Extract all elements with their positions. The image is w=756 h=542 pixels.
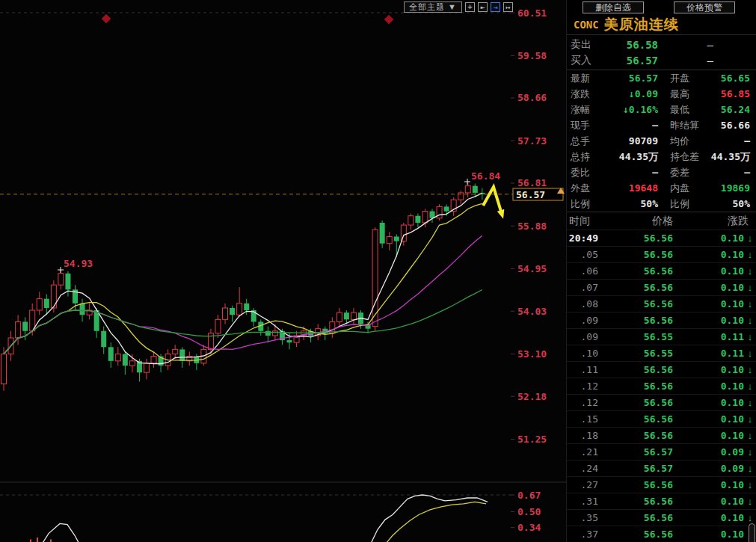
tape-price: 56.56	[598, 232, 673, 244]
stat-label: 比例	[658, 197, 704, 211]
tape-change: 0.10	[673, 364, 744, 375]
down-arrow-icon: ↓	[744, 265, 756, 277]
down-arrow-icon: ↓	[744, 463, 756, 474]
down-arrow-icon: ↓	[744, 282, 756, 293]
tape-change: 0.11	[673, 348, 744, 359]
scrollbar-thumb[interactable]	[749, 523, 755, 542]
down-arrow-icon: ↓	[744, 315, 756, 326]
tape-time: 20:49	[567, 232, 598, 244]
tape-time: .35	[567, 512, 598, 523]
stat-value: 50%	[606, 198, 658, 209]
svg-text:53.10: 53.10	[517, 348, 547, 360]
tape-time: .12	[567, 381, 598, 392]
stats-row: 最新56.57开盘56.65	[567, 70, 756, 86]
tape-time: .21	[567, 446, 598, 458]
stat-label: 涨幅	[567, 103, 606, 117]
tape-change: 0.10	[673, 381, 744, 392]
stats-row: 比例50%比例50%	[567, 196, 756, 212]
move-icon[interactable]: +	[465, 2, 475, 12]
tape-row: .3556.560.10↓	[567, 509, 756, 526]
stat-label: 持仓差	[658, 150, 704, 164]
quote-extra: —	[658, 39, 713, 51]
price-alert-button[interactable]: 价格预警	[674, 1, 735, 13]
tape-change: 0.11	[673, 331, 744, 342]
tape-price: 56.56	[598, 249, 673, 260]
pan-left-icon[interactable]: ⇤	[478, 2, 488, 12]
stat-value: 56.66	[704, 120, 756, 131]
down-arrow-icon: ↓	[744, 232, 756, 244]
time-sales: 时间 价格 涨跌 20:4956.560.10↓.0556.560.10↓.06…	[567, 212, 756, 542]
tape-row: .3156.560.10↓	[567, 493, 756, 509]
candlestick-chart[interactable]: 60.5159.5858.6657.7356.8155.8854.9554.03…	[0, 0, 566, 542]
tape-price: 56.57	[598, 446, 673, 458]
tape-row: .0556.560.10↓	[567, 246, 756, 262]
tape-price: 56.56	[598, 430, 673, 441]
down-arrow-icon: ↓	[744, 512, 756, 523]
stat-value: 44.35万	[704, 150, 756, 164]
tape-row: .1556.560.10↓	[567, 410, 756, 427]
delete-watchlist-button[interactable]: 删除自选	[583, 1, 644, 13]
instrument-header: CONC 美原油连续	[567, 15, 756, 35]
svg-text:56.81: 56.81	[517, 177, 547, 188]
svg-text:56.84: 56.84	[471, 170, 500, 182]
tape-change: 0.10	[673, 479, 744, 490]
down-arrow-icon: ↓	[744, 446, 756, 458]
tape-list[interactable]: 20:4956.560.10↓.0556.560.10↓.0656.560.10…	[567, 230, 756, 542]
down-arrow-icon: ↓	[744, 298, 756, 310]
tape-change: 0.10	[673, 232, 744, 244]
tape-row: .1156.560.10↓	[567, 361, 756, 378]
stat-label: 涨跌	[567, 87, 606, 101]
stat-value: 56.85	[704, 88, 756, 99]
svg-text:54.95: 54.95	[517, 263, 547, 274]
stats-row: 总手90709均价—	[567, 133, 756, 149]
tape-time: .07	[567, 282, 598, 293]
svg-text:0.34: 0.34	[517, 522, 541, 533]
tape-price: 56.55	[598, 348, 673, 359]
down-arrow-icon: ↓	[744, 496, 756, 507]
quote-label: 卖出	[567, 38, 606, 52]
stat-value: 90709	[606, 135, 658, 147]
shift-right-icon[interactable]: ↦	[503, 2, 513, 12]
tape-time: .37	[567, 529, 598, 540]
tape-time: .11	[567, 364, 598, 375]
tape-row: .1056.550.11↓	[567, 345, 756, 361]
tape-price: 56.56	[598, 282, 673, 293]
stat-value: —	[606, 167, 658, 178]
svg-text:57.73: 57.73	[517, 135, 547, 147]
tape-change: 0.10	[673, 397, 744, 408]
stat-value: ↓0.09	[606, 88, 658, 99]
stat-value: —	[606, 120, 658, 131]
tape-row: .2456.570.09↓	[567, 460, 756, 476]
tape-change: 0.10	[673, 512, 744, 523]
stats-row: 总持44.35万持仓差44.35万	[567, 149, 756, 164]
tape-row: .0956.560.10↓	[567, 312, 756, 328]
svg-text:55.88: 55.88	[517, 221, 547, 232]
tape-time: .12	[567, 397, 598, 408]
chart-toolbar: 全部主题 ▼ + ⇤ ⇥ ↦	[404, 1, 513, 13]
svg-text:58.66: 58.66	[517, 92, 547, 103]
quote-row: 买入56.57—	[567, 52, 756, 68]
down-arrow-icon: ↓	[744, 381, 756, 392]
quote-extra: —	[658, 55, 713, 67]
instrument-code: CONC	[574, 19, 599, 31]
tape-change: 0.10	[673, 265, 744, 277]
down-arrow-icon: ↓	[744, 479, 756, 490]
tape-price: 56.56	[598, 381, 673, 392]
pan-right-icon[interactable]: ⇥	[491, 2, 500, 12]
stat-label: 最新	[567, 72, 606, 85]
stat-label: 总手	[567, 135, 606, 148]
tape-change: 0.10	[673, 282, 744, 293]
stat-value: —	[704, 135, 756, 147]
tape-price: 56.57	[598, 463, 673, 474]
themes-dropdown[interactable]: 全部主题 ▼	[404, 1, 462, 13]
chart-panel: 60.5159.5858.6657.7356.8155.8854.9554.03…	[0, 0, 566, 542]
tape-change: 0.09	[673, 446, 744, 458]
svg-text:54.93: 54.93	[64, 258, 93, 269]
svg-text:54.03: 54.03	[517, 306, 547, 317]
tape-price: 56.56	[598, 496, 673, 507]
tape-price: 56.55	[598, 331, 673, 342]
quote-label: 买入	[567, 54, 606, 67]
stats-row: 现手—昨结算56.66	[567, 117, 756, 133]
tape-row: .1856.560.10↓	[567, 427, 756, 443]
bid-ask-section: 卖出56.58—买入56.57—	[567, 37, 756, 68]
